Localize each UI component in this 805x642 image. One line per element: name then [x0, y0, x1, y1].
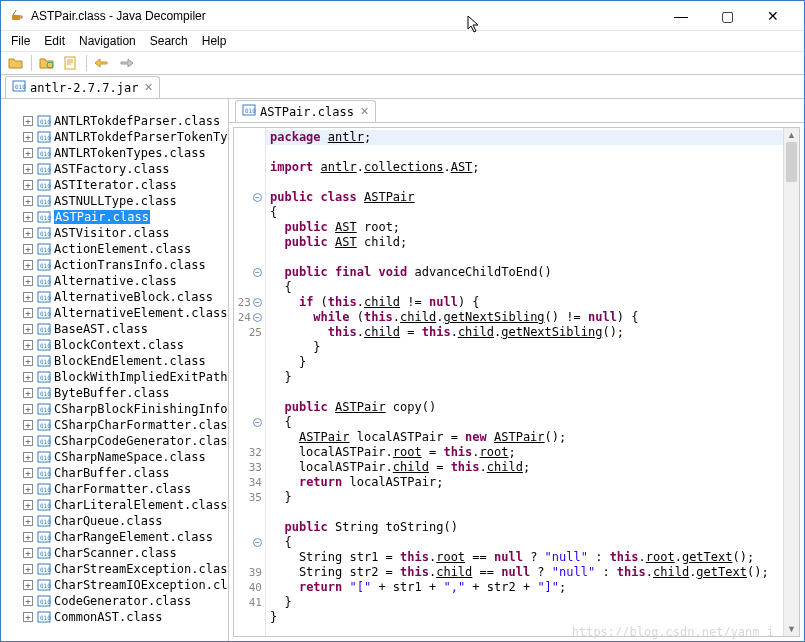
expand-icon[interactable]: + — [23, 180, 33, 190]
tree-item[interactable]: +010BlockWithImpliedExitPath — [5, 369, 228, 385]
tree-item[interactable]: +010CSharpNameSpace.class — [5, 449, 228, 465]
tree-item[interactable]: +010ASTVisitor.class — [5, 225, 228, 241]
tree-item[interactable]: +010ANTLRTokdefParser.class — [5, 113, 228, 129]
expand-icon[interactable]: + — [23, 212, 33, 222]
tree-item[interactable]: +010ASTNULLType.class — [5, 193, 228, 209]
scroll-up-icon[interactable]: ▲ — [784, 128, 799, 142]
expand-icon[interactable]: + — [23, 196, 33, 206]
code-line: public class ASTPair — [270, 190, 415, 204]
expand-icon[interactable]: + — [23, 340, 33, 350]
open-icon[interactable] — [5, 53, 27, 73]
maximize-button[interactable]: ▢ — [704, 2, 750, 30]
tree-item[interactable]: +010AlternativeBlock.class — [5, 289, 228, 305]
menu-edit[interactable]: Edit — [38, 32, 71, 50]
expand-icon[interactable]: + — [23, 596, 33, 606]
source-code[interactable]: package antlr; import antlr.collections.… — [266, 128, 783, 636]
tree-item[interactable]: +010CommonAST.class — [5, 609, 228, 625]
open-type-icon[interactable] — [36, 53, 58, 73]
fold-icon[interactable]: − — [253, 298, 262, 307]
tree-item[interactable]: +010ASTPair.class — [5, 209, 228, 225]
gutter-line — [234, 550, 265, 565]
expand-icon[interactable]: + — [23, 356, 33, 366]
expand-icon[interactable]: + — [23, 532, 33, 542]
tree-scroll[interactable]: +010ANTLRTokdefParser.class+010ANTLRTokd… — [1, 111, 228, 635]
class-file-icon: 010 — [37, 259, 51, 271]
tree-item[interactable]: +010CharQueue.class — [5, 513, 228, 529]
tree-item[interactable]: +010CharStreamException.clas — [5, 561, 228, 577]
tree-item[interactable]: +010CharBuffer.class — [5, 465, 228, 481]
tree-item[interactable]: +010CharFormatter.class — [5, 481, 228, 497]
expand-icon[interactable]: + — [23, 580, 33, 590]
expand-icon[interactable]: + — [23, 436, 33, 446]
expand-icon[interactable]: + — [23, 228, 33, 238]
menu-navigation[interactable]: Navigation — [73, 32, 142, 50]
menu-help[interactable]: Help — [196, 32, 233, 50]
search-icon[interactable] — [60, 53, 82, 73]
tree-item[interactable]: +010CharLiteralElement.class — [5, 497, 228, 513]
expand-icon[interactable]: + — [23, 404, 33, 414]
expand-icon[interactable]: + — [23, 244, 33, 254]
expand-icon[interactable]: + — [23, 388, 33, 398]
expand-icon[interactable]: + — [23, 612, 33, 622]
open-file-tabstrip: 010 antlr-2.7.7.jar ✕ — [1, 75, 804, 99]
menu-file[interactable]: File — [5, 32, 36, 50]
expand-icon[interactable]: + — [23, 548, 33, 558]
tree-item[interactable]: +010BlockContext.class — [5, 337, 228, 353]
fold-icon[interactable]: − — [253, 193, 262, 202]
tree-item[interactable]: +010ASTIterator.class — [5, 177, 228, 193]
back-icon[interactable] — [91, 53, 113, 73]
expand-icon[interactable]: + — [23, 260, 33, 270]
expand-icon[interactable]: + — [23, 516, 33, 526]
tree-item[interactable]: +010ByteBuffer.class — [5, 385, 228, 401]
tree-item[interactable]: +010CodeGenerator.class — [5, 593, 228, 609]
expand-icon[interactable]: + — [23, 308, 33, 318]
gutter-line — [234, 145, 265, 160]
tree-item[interactable]: +010CSharpCharFormatter.clas — [5, 417, 228, 433]
expand-icon[interactable]: + — [23, 372, 33, 382]
expand-icon[interactable]: + — [23, 484, 33, 494]
tree-item[interactable]: +010ANTLRTokdefParserTokenTy — [5, 129, 228, 145]
fold-icon[interactable]: − — [253, 268, 262, 277]
menu-search[interactable]: Search — [144, 32, 194, 50]
tree-item[interactable]: +010CharRangeElement.class — [5, 529, 228, 545]
tree-item[interactable]: +010ANTLRTokenTypes.class — [5, 145, 228, 161]
scroll-down-icon[interactable]: ▼ — [784, 622, 799, 636]
expand-icon[interactable]: + — [23, 420, 33, 430]
expand-icon[interactable]: + — [23, 164, 33, 174]
open-file-tab[interactable]: 010 antlr-2.7.7.jar ✕ — [5, 76, 160, 98]
close-button[interactable]: ✕ — [750, 2, 796, 30]
tree-item[interactable]: +010ActionTransInfo.class — [5, 257, 228, 273]
expand-icon[interactable]: + — [23, 276, 33, 286]
expand-icon[interactable]: + — [23, 452, 33, 462]
forward-icon[interactable] — [115, 53, 137, 73]
fold-icon[interactable]: − — [253, 313, 262, 322]
scrollbar-thumb[interactable] — [786, 142, 797, 182]
tree-item[interactable]: +010CharStreamIOException.cl — [5, 577, 228, 593]
expand-icon[interactable]: + — [23, 148, 33, 158]
tree-item[interactable]: +010ASTFactory.class — [5, 161, 228, 177]
editor-scrollbar[interactable]: ▲ ▼ — [783, 128, 799, 636]
tree-item[interactable]: +010BaseAST.class — [5, 321, 228, 337]
tree-item[interactable]: +010CharScanner.class — [5, 545, 228, 561]
expand-icon[interactable]: + — [23, 324, 33, 334]
tree-item[interactable]: +010BlockEndElement.class — [5, 353, 228, 369]
tree-item[interactable]: +010CSharpBlockFinishingInfo — [5, 401, 228, 417]
tree-item[interactable]: +010Alternative.class — [5, 273, 228, 289]
expand-icon[interactable]: + — [23, 468, 33, 478]
expand-icon[interactable]: + — [23, 132, 33, 142]
fold-icon[interactable]: − — [253, 538, 262, 547]
tree-item[interactable]: +010CSharpCodeGenerator.clas — [5, 433, 228, 449]
tree-item-label: ASTPair.class — [54, 210, 150, 224]
tree-item[interactable]: +010ActionElement.class — [5, 241, 228, 257]
expand-icon[interactable]: + — [23, 116, 33, 126]
expand-icon[interactable]: + — [23, 292, 33, 302]
minimize-button[interactable]: — — [658, 2, 704, 30]
expand-icon[interactable]: + — [23, 564, 33, 574]
close-icon[interactable]: ✕ — [144, 81, 153, 94]
editor-tab[interactable]: 010 ASTPair.class ✕ — [235, 100, 376, 122]
close-icon[interactable]: ✕ — [360, 105, 369, 118]
expand-icon[interactable]: + — [23, 500, 33, 510]
tree-item-label: Alternative.class — [54, 274, 177, 288]
tree-item[interactable]: +010AlternativeElement.class — [5, 305, 228, 321]
fold-icon[interactable]: − — [253, 418, 262, 427]
